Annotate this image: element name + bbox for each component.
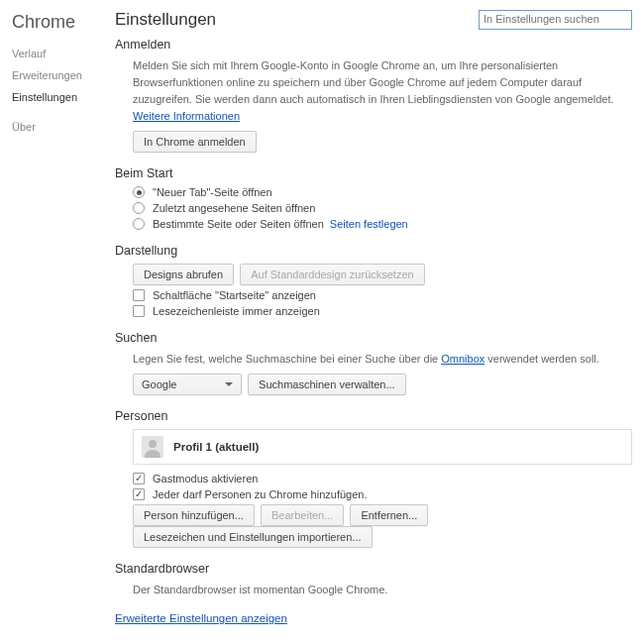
start-opt3-label: Bestimmte Seite oder Seiten öffnen bbox=[153, 218, 324, 230]
remove-person-button[interactable]: Entfernen... bbox=[350, 504, 428, 526]
checkbox-icon: ✓ bbox=[133, 488, 145, 500]
standardbrowser-desc: Der Standardbrowser ist momentan Google … bbox=[133, 582, 632, 598]
chevron-down-icon bbox=[225, 382, 233, 386]
checkbox-icon bbox=[133, 289, 145, 301]
section-suchen: Suchen Legen Sie fest, welche Suchmaschi… bbox=[115, 331, 632, 395]
section-personen: Personen Profil 1 (aktuell) ✓ Gastmodus … bbox=[115, 409, 632, 548]
profile-box[interactable]: Profil 1 (aktuell) bbox=[133, 429, 632, 465]
sign-in-button[interactable]: In Chrome anmelden bbox=[133, 131, 257, 153]
suchen-desc1: Legen Sie fest, welche Suchmaschine bei … bbox=[133, 353, 441, 365]
chk-guest-label: Gastmodus aktivieren bbox=[153, 473, 258, 484]
advanced-settings-link[interactable]: Erweiterte Einstellungen anzeigen bbox=[115, 612, 287, 624]
search-engine-value: Google bbox=[142, 378, 176, 390]
chk-add-person-row[interactable]: ✓ Jeder darf Personen zu Chrome hinzufüg… bbox=[133, 488, 632, 500]
search-input[interactable] bbox=[483, 13, 627, 25]
omnibox-link[interactable]: Omnibox bbox=[441, 353, 484, 365]
personen-heading: Personen bbox=[115, 409, 632, 423]
search-engine-select[interactable]: Google bbox=[133, 374, 242, 395]
sidebar: Chrome Verlauf Erweiterungen Einstellung… bbox=[0, 0, 109, 644]
avatar-icon bbox=[142, 436, 163, 458]
start-opt1-row[interactable]: "Neuer Tab"-Seite öffnen bbox=[133, 186, 632, 198]
anmelden-more-link[interactable]: Weitere Informationen bbox=[133, 110, 240, 122]
start-opt2-label: Zuletzt angesehene Seiten öffnen bbox=[153, 202, 315, 214]
start-opt2-row[interactable]: Zuletzt angesehene Seiten öffnen bbox=[133, 202, 632, 214]
add-person-button[interactable]: Person hinzufügen... bbox=[133, 504, 255, 526]
start-opt1-label: "Neuer Tab"-Seite öffnen bbox=[153, 186, 272, 198]
section-darstellung: Darstellung Designs abrufen Auf Standard… bbox=[115, 244, 632, 317]
edit-person-button[interactable]: Bearbeiten... bbox=[261, 504, 344, 526]
start-set-pages-link[interactable]: Seiten festlegen bbox=[330, 218, 408, 230]
nav-uber[interactable]: Über bbox=[12, 116, 109, 138]
section-start: Beim Start "Neuer Tab"-Seite öffnen Zule… bbox=[115, 166, 632, 230]
get-themes-button[interactable]: Designs abrufen bbox=[133, 264, 234, 285]
search-box[interactable] bbox=[479, 10, 632, 30]
nav-erweiterungen[interactable]: Erweiterungen bbox=[12, 64, 109, 86]
checkbox-icon bbox=[133, 305, 145, 317]
start-opt3-row[interactable]: Bestimmte Seite oder Seiten öffnen Seite… bbox=[133, 218, 632, 230]
radio-icon bbox=[133, 218, 145, 230]
chk-bookmarks-bar-row[interactable]: Lesezeichenleiste immer anzeigen bbox=[133, 305, 632, 317]
chk-add-person-label: Jeder darf Personen zu Chrome hinzufügen… bbox=[153, 488, 367, 500]
start-heading: Beim Start bbox=[115, 166, 632, 180]
section-standardbrowser: Standardbrowser Der Standardbrowser ist … bbox=[115, 562, 632, 598]
manage-search-engines-button[interactable]: Suchmaschinen verwalten... bbox=[248, 374, 406, 395]
nav-verlauf[interactable]: Verlauf bbox=[12, 43, 109, 64]
checkbox-icon: ✓ bbox=[133, 473, 145, 484]
page-title: Einstellungen bbox=[115, 10, 216, 30]
import-bookmarks-button[interactable]: Lesezeichen und Einstellungen importiere… bbox=[133, 526, 373, 548]
radio-icon bbox=[133, 186, 145, 198]
main-content: Einstellungen Anmelden Melden Sie sich m… bbox=[109, 0, 644, 644]
chk-bookmarks-bar-label: Lesezeichenleiste immer anzeigen bbox=[153, 305, 320, 317]
chk-guest-row[interactable]: ✓ Gastmodus aktivieren bbox=[133, 473, 632, 484]
chk-home-button-label: Schaltfläche "Startseite" anzeigen bbox=[153, 289, 316, 301]
chk-home-button-row[interactable]: Schaltfläche "Startseite" anzeigen bbox=[133, 289, 632, 301]
anmelden-heading: Anmelden bbox=[115, 38, 632, 52]
anmelden-desc: Melden Sie sich mit Ihrem Google-Konto i… bbox=[133, 59, 614, 105]
section-anmelden: Anmelden Melden Sie sich mit Ihrem Googl… bbox=[115, 38, 632, 153]
radio-icon bbox=[133, 202, 145, 214]
darstellung-heading: Darstellung bbox=[115, 244, 632, 258]
suchen-desc2: verwendet werden soll. bbox=[484, 353, 599, 365]
profile-name: Profil 1 (aktuell) bbox=[173, 441, 259, 453]
reset-theme-button[interactable]: Auf Standarddesign zurücksetzen bbox=[240, 264, 425, 285]
standardbrowser-heading: Standardbrowser bbox=[115, 562, 632, 576]
brand: Chrome bbox=[12, 12, 109, 33]
suchen-heading: Suchen bbox=[115, 331, 632, 345]
nav-einstellungen[interactable]: Einstellungen bbox=[12, 86, 109, 108]
